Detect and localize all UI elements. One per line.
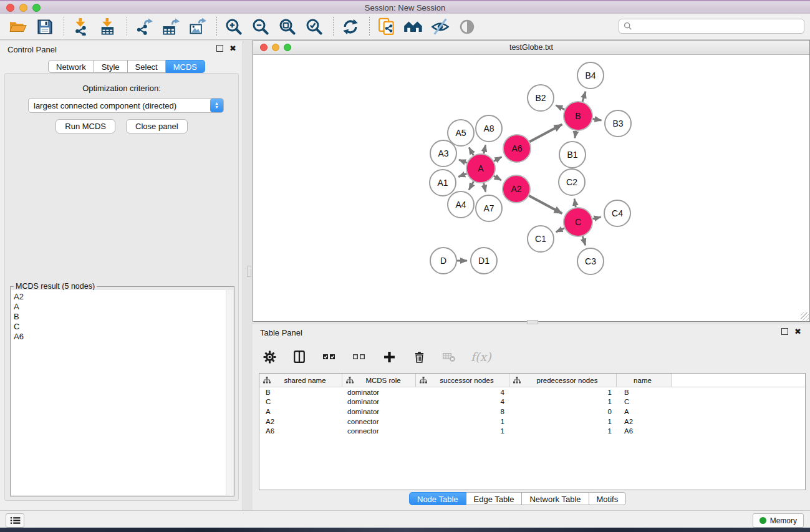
graph-node-C2[interactable]: C2 (559, 169, 585, 195)
edge-A2-C[interactable] (529, 196, 562, 213)
search-input[interactable] (635, 21, 804, 31)
graph-node-D[interactable]: D (430, 248, 456, 274)
search-field[interactable] (619, 19, 804, 34)
graph-node-A3[interactable]: A3 (430, 140, 456, 167)
open-session-icon[interactable] (7, 16, 29, 37)
table-row[interactable]: A6connector11A6 (259, 426, 805, 436)
graph-node-A8[interactable]: A8 (476, 115, 502, 142)
export-table-icon[interactable] (160, 16, 181, 37)
tab-motifs[interactable]: Motifs (589, 492, 627, 505)
zoom-in-icon[interactable] (223, 16, 244, 37)
result-scrollbar[interactable] (226, 290, 233, 495)
hide-selected-icon[interactable] (430, 16, 451, 37)
select-all-icon[interactable] (321, 347, 337, 366)
edge-C-C2[interactable] (574, 199, 576, 208)
function-builder-icon[interactable]: f(x) (471, 347, 491, 366)
edge-A-A2[interactable] (494, 176, 501, 180)
table-row[interactable]: Cdominator41C (259, 397, 805, 407)
edge-B-B3[interactable] (593, 118, 602, 120)
import-network-icon[interactable] (70, 16, 92, 37)
network-window-titlebar[interactable]: testGlobe.txt (253, 41, 809, 55)
float-table-panel-icon[interactable] (781, 328, 788, 335)
result-item[interactable]: C (14, 322, 226, 332)
network-canvas[interactable]: AA1A2A3A4A5A6A7A8BB1B2B3B4CC1C2C3C4DD1 (253, 55, 809, 321)
tab-node-table[interactable]: Node Table (409, 492, 466, 505)
graph-node-B3[interactable]: B3 (605, 110, 631, 137)
graph-node-A2[interactable]: A2 (503, 175, 530, 203)
graph-node-A7[interactable]: A7 (476, 195, 502, 221)
tab-network[interactable]: Network (48, 60, 94, 73)
edge-A-A7[interactable] (484, 183, 486, 192)
edge-C-C1[interactable] (556, 228, 564, 232)
column-header-name[interactable]: name (617, 374, 672, 387)
tab-style[interactable]: Style (94, 60, 128, 73)
edge-A-A3[interactable] (459, 160, 467, 163)
zoom-fit-icon[interactable] (277, 16, 298, 37)
result-item[interactable]: A2 (14, 292, 226, 302)
graph-node-A1[interactable]: A1 (430, 170, 456, 196)
horizontal-splitter-nub[interactable] (527, 320, 538, 324)
tab-edge-table[interactable]: Edge Table (466, 492, 523, 505)
clone-network-icon[interactable] (376, 16, 397, 37)
column-header-predecessor-nodes[interactable]: predecessor nodes (509, 374, 617, 387)
settings-gear-icon[interactable] (261, 347, 277, 366)
table-row[interactable]: A2connector11A2 (259, 417, 805, 427)
show-log-button[interactable] (6, 513, 24, 528)
zoom-selected-icon[interactable] (304, 16, 325, 37)
graph-node-D1[interactable]: D1 (471, 248, 497, 274)
edge-B-B2[interactable] (556, 105, 564, 110)
refresh-icon[interactable] (340, 16, 361, 37)
export-network-icon[interactable] (133, 16, 155, 37)
graph-node-C1[interactable]: C1 (528, 226, 554, 252)
edge-B-B4[interactable] (582, 92, 586, 102)
table-row[interactable]: Bdominator41B (259, 387, 805, 397)
edge-A-A5[interactable] (469, 148, 473, 156)
show-graphics-details-icon[interactable] (456, 16, 478, 37)
table-row[interactable]: Adominator80A (259, 407, 805, 417)
tab-select[interactable]: Select (128, 60, 166, 73)
mcds-result-list[interactable]: A2 A B C A6 (11, 290, 226, 495)
resize-grip[interactable] (801, 312, 809, 321)
tab-network-table[interactable]: Network Table (522, 492, 589, 505)
edge-A-A4[interactable] (469, 181, 473, 190)
edge-C-C4[interactable] (592, 217, 600, 219)
edge-A-A1[interactable] (458, 173, 466, 177)
graph-node-A4[interactable]: A4 (448, 191, 474, 218)
result-item[interactable]: A (14, 302, 226, 312)
column-header-shared-name[interactable]: shared name (259, 374, 342, 387)
save-session-icon[interactable] (34, 16, 55, 37)
edge-A-A8[interactable] (484, 145, 486, 153)
deselect-all-icon[interactable] (351, 347, 367, 366)
graph-node-C3[interactable]: C3 (577, 248, 604, 274)
memory-button[interactable]: Memory (753, 513, 804, 528)
add-column-icon[interactable] (381, 347, 397, 366)
vertical-splitter-nub[interactable] (247, 266, 251, 277)
graph-node-B4[interactable]: B4 (577, 62, 604, 89)
tab-mcds[interactable]: MCDS (166, 60, 205, 73)
optimization-criterion-dropdown[interactable]: largest connected component (directed) ▲… (28, 98, 224, 113)
column-header-mcds-role[interactable]: MCDS role (342, 374, 416, 387)
graph-node-B1[interactable]: B1 (559, 142, 586, 168)
float-panel-icon[interactable] (216, 45, 223, 52)
close-panel-icon[interactable]: ✖ (229, 45, 236, 52)
graph-node-A[interactable]: A (466, 154, 495, 183)
delete-table-icon[interactable] (441, 347, 457, 366)
graph-node-B2[interactable]: B2 (528, 85, 554, 111)
edge-B-B1[interactable] (575, 131, 576, 138)
edge-C-C3[interactable] (582, 236, 586, 245)
first-neighbors-icon[interactable] (403, 16, 424, 37)
close-table-panel-icon[interactable]: ✖ (794, 328, 801, 335)
export-image-icon[interactable] (187, 16, 208, 37)
run-mcds-button[interactable]: Run MCDS (55, 119, 115, 133)
edge-A-A6[interactable] (494, 157, 501, 162)
close-panel-button[interactable]: Close panel (126, 119, 188, 133)
show-columns-icon[interactable] (291, 347, 307, 366)
edge-A6-B[interactable] (529, 125, 562, 142)
graph-node-A6[interactable]: A6 (503, 135, 531, 162)
zoom-out-icon[interactable] (250, 16, 271, 37)
column-header-successor-nodes[interactable]: successor nodes (416, 374, 509, 387)
result-item[interactable]: A6 (14, 332, 226, 342)
result-item[interactable]: B (14, 312, 226, 322)
graph-node-A5[interactable]: A5 (448, 120, 474, 146)
graph-node-C[interactable]: C (564, 208, 592, 236)
